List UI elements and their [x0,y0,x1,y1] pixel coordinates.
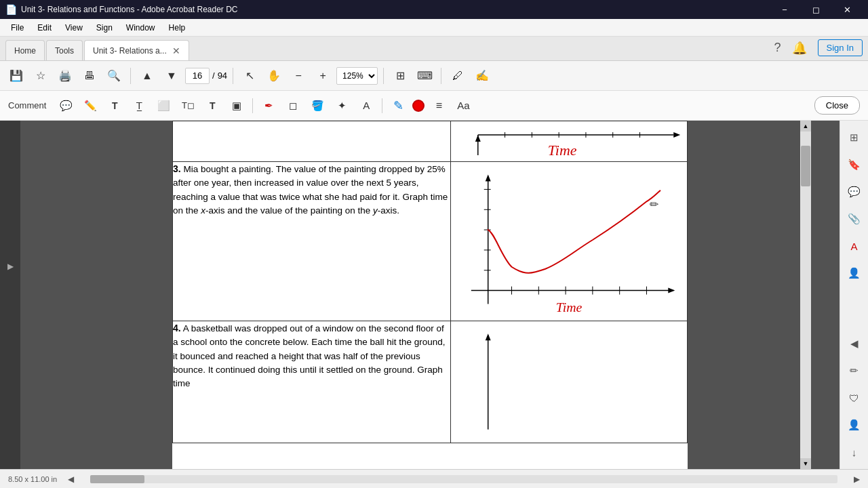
print-button[interactable]: 🖨️ [54,65,76,87]
next-page-button[interactable]: ▼ [161,65,182,87]
prev-page-button[interactable]: ▲ [136,65,158,87]
font-btn[interactable]: Aa [453,96,473,116]
menu-help[interactable]: Help [163,22,191,34]
pan-tool[interactable]: ✋ [263,65,285,87]
zoom-in-button[interactable]: + [312,65,334,87]
thumbnail-view-btn[interactable]: ⊞ [843,126,866,149]
tab-tools[interactable]: Tools [46,40,83,60]
tab-close-icon[interactable]: ✕ [172,45,180,56]
expand-panel-btn[interactable]: ◀ [68,474,74,484]
h-scroll-right-btn[interactable]: ▶ [854,474,860,484]
draw-active-btn[interactable]: ✎ [388,96,408,116]
menu-edit[interactable]: Edit [32,22,57,34]
user-btn[interactable]: 👤 [843,413,866,436]
color-text-btn[interactable]: A [356,96,376,116]
area-box-btn[interactable]: ▣ [226,96,247,116]
menu-sign[interactable]: Sign [91,22,118,34]
print2-button[interactable]: 🖶 [79,65,100,87]
expand-left-icon[interactable]: ▶ [7,262,14,271]
h-scrollbar-track [90,475,837,483]
svg-marker-12 [486,175,491,182]
text-box-btn[interactable]: ⬜ [153,96,174,116]
svg-marker-29 [486,333,491,340]
keyboard-button[interactable]: ⌨ [414,65,435,87]
color-picker-red[interactable] [412,100,425,112]
menu-file[interactable]: File [5,22,29,34]
stamp-button[interactable]: ✍ [471,65,493,87]
svg-marker-1 [673,132,680,138]
notifications-icon[interactable]: 🔔 [792,41,807,56]
h-scrollbar-thumb[interactable] [90,475,144,483]
scroll-track [800,131,811,458]
text-btn[interactable]: T [104,96,125,116]
table-row-3: 3. Mia bought a painting. The value of t… [173,162,688,321]
more-tools-btn[interactable]: ↓ [843,441,866,464]
search-button[interactable]: 🔍 [103,65,125,87]
problem3-number: 3. [173,163,181,174]
scroll-thumb[interactable] [801,146,810,186]
shield-btn[interactable]: 🛡 [843,386,866,409]
menu-bar: File Edit View Sign Window Help [0,19,868,37]
redact-btn[interactable]: ✏ [843,359,866,382]
page-input[interactable]: 16 [185,68,210,84]
svg-text:Time: Time [556,300,583,314]
page-nav: 16 / 94 [185,68,227,84]
tab-home[interactable]: Home [5,40,45,60]
text-callout-btn[interactable]: T◻ [178,96,198,116]
comments-panel-btn[interactable]: 💬 [843,180,866,203]
app-icon: 📄 [5,4,17,15]
collapse-right-icon[interactable]: ◀ [843,332,866,355]
scroll-down-button[interactable]: ▼ [800,458,811,469]
menu-window[interactable]: Window [121,22,161,34]
bookmarks-btn[interactable]: 🔖 [843,153,866,176]
pen-draw-btn[interactable]: ✒ [258,96,279,116]
minimize-button[interactable]: − [769,0,800,19]
window-close-button[interactable]: ✕ [831,0,863,19]
graph-top: Time [450,121,687,162]
color-border-btn[interactable]: ✦ [332,96,352,116]
comment-add-btn[interactable]: 💬 [56,96,76,116]
text-align-btn[interactable]: T̲ [129,96,149,116]
help-icon[interactable]: ? [774,41,781,55]
highlight-btn[interactable]: ✏️ [80,96,100,116]
menu-view[interactable]: View [60,22,88,34]
sign-in-button[interactable]: Sign In [818,39,863,56]
problem3-body: Mia bought a painting. The value of the … [173,164,448,216]
sep1 [130,68,131,84]
restore-button[interactable]: ◻ [800,0,831,19]
bookmark-button[interactable]: ☆ [30,65,52,87]
top-graph-svg: Time [451,121,687,159]
sep4 [441,68,441,84]
problem4-text-cell: 4. A basketball was dropped out of a win… [173,321,451,443]
save-button[interactable]: 💾 [5,65,27,87]
status-bar: 8.50 x 11.00 in ◀ ▶ [0,469,868,488]
fit-page-button[interactable]: ⊞ [389,65,411,87]
acrobat-online-btn[interactable]: A [843,235,866,258]
typewriter-btn[interactable]: T [202,96,222,116]
share-btn[interactable]: 👤 [843,262,866,285]
eraser-btn[interactable]: ◻ [283,96,303,116]
cursor-tool[interactable]: ↖ [239,65,260,87]
zoom-out-button[interactable]: − [288,65,309,87]
tab-document[interactable]: Unit 3- Relations a... ✕ [84,40,189,60]
document-size: 8.50 x 11.00 in [8,475,57,483]
title-bar-left: 📄 Unit 3- Relations and Functions - Adob… [5,4,238,15]
problem4-number: 4. [173,323,181,333]
sep-ct1 [252,98,253,113]
svg-text:Time: Time [548,142,577,159]
title-bar: 📄 Unit 3- Relations and Functions - Adob… [0,0,868,19]
page-total: 94 [218,70,227,81]
vertical-scrollbar: ▲ ▼ [800,121,811,469]
line-style-btn[interactable]: ≡ [429,96,449,116]
scroll-up-button[interactable]: ▲ [800,121,811,131]
comment-toolbar: Comment 💬 ✏️ T T̲ ⬜ T◻ T ▣ ✒ ◻ 🪣 ✦ A ✎ ≡… [0,91,868,121]
main-toolbar: 💾 ☆ 🖨️ 🖶 🔍 ▲ ▼ 16 / 94 ↖ ✋ − + 125% ⊞ ⌨ … [0,61,868,91]
problem3-graph-cell: ✏ Time [450,162,687,321]
markup-button[interactable]: 🖊 [447,65,469,87]
color-fill-btn[interactable]: 🪣 [307,96,328,116]
table-row-4: 4. A basketball was dropped out of a win… [173,321,688,443]
svg-marker-14 [668,288,675,293]
close-comment-button[interactable]: Close [814,96,860,115]
attachments-btn[interactable]: 📎 [843,207,866,230]
zoom-select[interactable]: 125% [336,67,378,85]
